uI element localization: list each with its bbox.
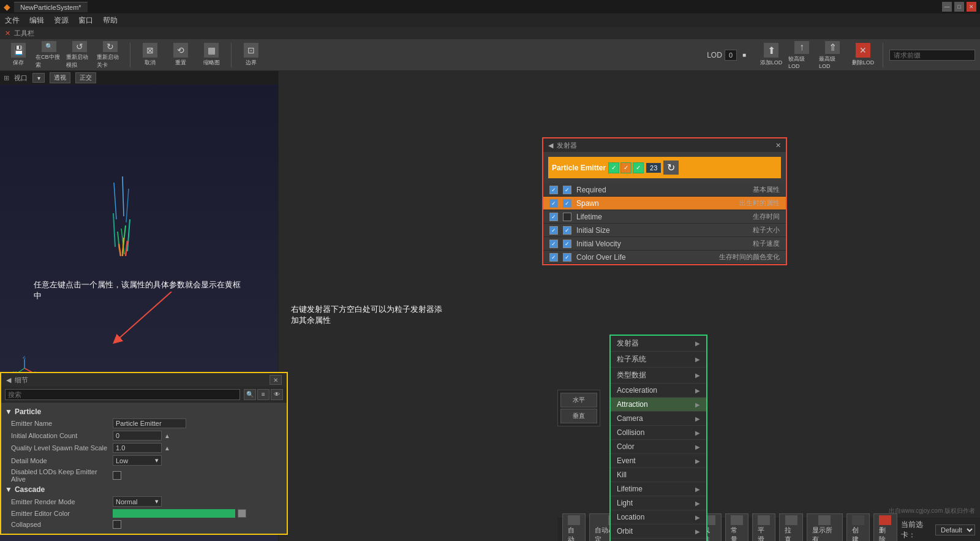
horizontal-btn[interactable]: 水平 xyxy=(560,393,597,407)
realtime-btn[interactable]: 透视 xyxy=(50,72,70,83)
module-required-check1[interactable] xyxy=(549,186,558,194)
ctx-color[interactable]: Color ▶ xyxy=(611,440,706,454)
viewport-menu-btn[interactable]: ▾ xyxy=(32,73,45,83)
module-spawn-check1[interactable] xyxy=(549,199,558,208)
menu-file[interactable]: 文件 xyxy=(5,15,20,26)
module-initial-size[interactable]: Initial Size 粒子大小 xyxy=(543,224,786,237)
module-size-check1[interactable] xyxy=(549,226,558,235)
module-velocity-check1[interactable] xyxy=(549,240,558,248)
viewport-icon: ⊞ xyxy=(4,74,9,82)
auto-btn[interactable]: 自动 xyxy=(562,513,586,541)
ctx-light[interactable]: Light ▶ xyxy=(611,496,706,510)
ctx-particle-system[interactable]: 粒子系统 ▶ xyxy=(611,352,706,368)
card-icon-2[interactable]: ✓ xyxy=(620,162,631,173)
module-lifetime-check2[interactable] xyxy=(563,213,571,221)
ctx-acceleration[interactable]: Acceleration ▶ xyxy=(611,384,706,398)
section-particle-header[interactable]: ▼ Particle xyxy=(5,406,283,417)
spin-up-icon[interactable]: ▲ xyxy=(163,433,172,439)
delete-lod-button[interactable]: ✕ 删除LOD xyxy=(850,41,876,69)
search-input[interactable] xyxy=(889,50,975,61)
constant-btn[interactable]: 常量 xyxy=(725,513,748,541)
win-minimize-btn[interactable]: — xyxy=(942,2,952,12)
ctx-event[interactable]: Event ▶ xyxy=(611,454,706,468)
restart-level-button[interactable]: ↻ 重新启动关卡 xyxy=(97,41,124,69)
menu-help[interactable]: 帮助 xyxy=(103,15,118,26)
prop-collapsed-checkbox[interactable] xyxy=(113,520,121,529)
module-lifetime-check1[interactable] xyxy=(549,213,558,221)
ctx-attraction[interactable]: Attraction ▶ xyxy=(611,398,706,412)
highest-lod-button[interactable]: ⇑ 最高级LOD xyxy=(819,41,846,69)
section-cascade-header[interactable]: ▼ Cascade xyxy=(5,484,283,495)
restart-sim-button[interactable]: ↺ 重新启动模拟 xyxy=(66,41,93,69)
win-close-btn[interactable]: ✕ xyxy=(967,2,976,12)
smooth-btn[interactable]: 平滑 xyxy=(752,513,775,541)
reset-button[interactable]: ⟲ 重置 xyxy=(167,41,194,69)
tab-newparticlesystem[interactable]: NewParticleSystem* xyxy=(14,2,88,12)
prop-editor-color-bar[interactable] xyxy=(113,509,235,518)
ctx-collision[interactable]: Collision ▶ xyxy=(611,426,706,440)
menu-edit[interactable]: 编辑 xyxy=(29,15,44,26)
emitter-panel-close[interactable]: ✕ xyxy=(775,142,781,149)
prop-alloc-count-value[interactable]: 0 xyxy=(113,431,162,441)
ctx-orbit[interactable]: Orbit ▶ xyxy=(611,524,706,539)
card-refresh-btn[interactable]: ↻ xyxy=(663,161,679,175)
search-cb-button[interactable]: 🔍 在CB中搜索 xyxy=(36,41,62,69)
prop-emitter-name-value[interactable]: Particle Emitter xyxy=(113,418,186,428)
module-lifetime[interactable]: Lifetime 生存时间 xyxy=(543,210,786,224)
lod-checkbox[interactable]: ■ xyxy=(739,50,749,60)
prop-disabled-lods-checkbox[interactable] xyxy=(113,471,121,480)
menu-window[interactable]: 窗口 xyxy=(78,15,93,26)
ctx-lifetime[interactable]: Lifetime ▶ xyxy=(611,482,706,496)
module-size-check2[interactable] xyxy=(563,226,571,235)
module-required[interactable]: Required 基本属性 xyxy=(543,183,786,197)
higher-lod-button[interactable]: ↑ 较高级LOD xyxy=(788,41,815,69)
module-initial-velocity[interactable]: Initial Velocity 粒子速度 xyxy=(543,237,786,251)
create-btn[interactable]: 创建 xyxy=(846,513,870,541)
vertical-btn[interactable]: 垂直 xyxy=(560,409,597,423)
ctx-camera[interactable]: Camera ▶ xyxy=(611,412,706,426)
cancel-button[interactable]: ⊠ 取消 xyxy=(137,41,164,69)
details-search-input[interactable] xyxy=(5,389,240,400)
module-color-over-life[interactable]: Color Over Life 生存时间的颜色变化 xyxy=(543,251,786,264)
prop-render-mode-dropdown[interactable]: Normal ▾ xyxy=(113,496,162,507)
card-icon-1[interactable]: ✓ xyxy=(608,162,619,173)
ctx-type-data[interactable]: 类型数据 ▶ xyxy=(611,368,706,384)
module-required-check2[interactable] xyxy=(563,186,571,194)
delete-btn[interactable]: 删除 xyxy=(873,513,897,541)
details-close-btn[interactable]: ✕ xyxy=(270,375,282,385)
toolbar-close-icon[interactable]: ✕ xyxy=(5,29,10,37)
flatten-btn[interactable]: 拉直 xyxy=(779,513,802,541)
prop-detail-mode-dropdown[interactable]: Low ▾ xyxy=(113,455,162,466)
thumbnail-button[interactable]: ▦ 缩略图 xyxy=(198,41,225,69)
module-spawn[interactable]: Spawn 出生时的属性 xyxy=(543,197,786,210)
spawn-spin-up-icon[interactable]: ▲ xyxy=(163,445,172,452)
search-cb-label: 在CB中搜索 xyxy=(36,53,62,69)
details-list-icon[interactable]: ≡ xyxy=(257,389,270,400)
module-color-check1[interactable] xyxy=(549,253,558,262)
svg-line-3 xyxy=(113,213,115,247)
add-lod-button[interactable]: ⬆ 添加LOD xyxy=(758,41,785,69)
save-button[interactable]: 💾 保存 xyxy=(5,41,32,69)
show-all-btn[interactable]: 显示所有 xyxy=(807,513,843,541)
module-size-label: Initial Size xyxy=(576,226,748,235)
ctx-kill[interactable]: Kill xyxy=(611,468,706,482)
ctx-emitter[interactable]: 发射器 ▶ xyxy=(611,336,706,352)
menu-assets[interactable]: 资源 xyxy=(54,15,69,26)
details-view-icon[interactable]: 👁 xyxy=(271,389,283,400)
details-search-icon[interactable]: 🔍 xyxy=(244,389,256,400)
module-spawn-check2[interactable] xyxy=(563,199,571,208)
ctx-location[interactable]: Location ▶ xyxy=(611,510,706,524)
bounds-button[interactable]: ⊡ 边界 xyxy=(238,41,265,69)
ctx-orientation[interactable]: Orientation ▶ xyxy=(611,539,706,541)
card-icon-3[interactable]: ✓ xyxy=(633,162,644,173)
module-velocity-check2[interactable] xyxy=(563,240,571,248)
section-particle-label: Particle xyxy=(15,407,41,416)
ortho-btn[interactable]: 正交 xyxy=(75,72,96,83)
win-maximize-btn[interactable]: □ xyxy=(954,2,964,12)
svg-text:Z: Z xyxy=(23,356,26,360)
lod-selector[interactable]: Default xyxy=(935,524,975,535)
prop-editor-color-handle[interactable] xyxy=(238,509,246,518)
module-color-check2[interactable] xyxy=(563,253,571,262)
prop-spawn-rate-value[interactable]: 1.0 xyxy=(113,443,162,453)
particle-emitter-card[interactable]: Particle Emitter ✓ ✓ ✓ 23 ↻ xyxy=(548,157,781,178)
